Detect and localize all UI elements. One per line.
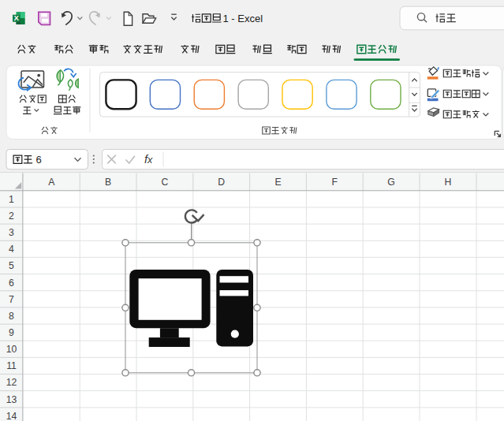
svg-text:10: 10 — [6, 344, 17, 355]
svg-text:E: E — [274, 177, 281, 188]
svg-text:11: 11 — [6, 360, 17, 371]
svg-text:5: 5 — [9, 260, 14, 271]
svg-text:12: 12 — [6, 377, 17, 388]
svg-text:2: 2 — [9, 210, 14, 222]
svg-text:G: G — [387, 177, 394, 188]
svg-text:A: A — [48, 177, 55, 188]
svg-text:H: H — [444, 177, 451, 188]
svg-text:X: X — [14, 13, 20, 22]
svg-text:6: 6 — [9, 278, 14, 289]
svg-text:fx: fx — [144, 153, 153, 166]
svg-text:C: C — [161, 177, 168, 188]
svg-text:1: 1 — [9, 194, 14, 205]
svg-text:6: 6 — [36, 154, 42, 166]
svg-text:13: 13 — [6, 394, 17, 405]
svg-text:1 - Excel: 1 - Excel — [223, 13, 263, 24]
svg-text:F: F — [332, 177, 338, 188]
svg-text:B: B — [105, 177, 111, 188]
svg-text:4: 4 — [9, 244, 14, 255]
svg-text:7: 7 — [9, 294, 14, 305]
svg-text:14: 14 — [6, 411, 17, 421]
svg-text:8: 8 — [9, 311, 14, 322]
svg-text:9: 9 — [9, 327, 14, 338]
svg-text:D: D — [218, 177, 225, 188]
svg-text:3: 3 — [9, 227, 14, 238]
